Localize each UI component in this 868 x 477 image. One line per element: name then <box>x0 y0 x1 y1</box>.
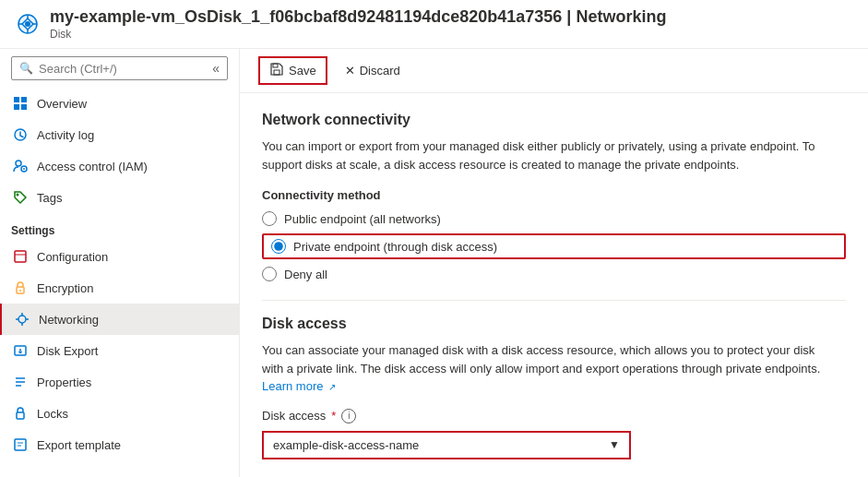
sidebar-item-configuration[interactable]: Configuration <box>0 241 239 272</box>
info-icon[interactable]: i <box>341 409 356 423</box>
radio-option-public[interactable]: Public endpoint (all networks) <box>262 211 846 226</box>
save-label: Save <box>289 64 316 78</box>
properties-icon <box>11 373 30 391</box>
disk-access-field-row: Disk access * i <box>262 409 846 423</box>
sidebar-item-label-diskexport: Disk Export <box>37 344 98 358</box>
sidebar-item-label-access: Access control (IAM) <box>37 160 148 173</box>
section-divider <box>262 300 846 301</box>
svg-rect-6 <box>14 97 19 102</box>
sidebar-item-access-control[interactable]: Access control (IAM) <box>0 150 239 182</box>
header-text: my-example-vm_OsDisk_1_f06bcbaf8d9248119… <box>50 7 666 41</box>
sidebar-item-properties[interactable]: Properties <box>0 366 239 398</box>
page-title: my-example-vm_OsDisk_1_f06bcbaf8d9248119… <box>50 7 666 27</box>
sidebar-item-tags[interactable]: Tags <box>0 182 239 213</box>
sidebar-item-label-export: Export template <box>37 438 121 452</box>
chevron-down-icon: ▼ <box>609 438 620 451</box>
svg-rect-7 <box>21 97 27 102</box>
sidebar-item-label-activity: Activity log <box>37 128 94 142</box>
main-content: Save ✕ Discard Network connectivity You … <box>240 49 868 477</box>
toolbar: Save ✕ Discard <box>240 49 868 93</box>
tags-icon <box>11 188 30 207</box>
disk-access-section: Disk access You can associate your manag… <box>262 316 846 459</box>
sidebar: 🔍 « Overview Activity log Access control… <box>0 49 240 477</box>
sidebar-item-overview[interactable]: Overview <box>0 88 239 119</box>
learn-more-link[interactable]: Learn more ↗ <box>262 379 336 393</box>
encryption-icon <box>11 279 30 297</box>
search-icon: 🔍 <box>19 62 33 75</box>
sidebar-item-label-config: Configuration <box>37 250 108 264</box>
radio-deny-label: Deny all <box>284 268 327 281</box>
locks-icon <box>11 404 30 423</box>
sidebar-item-label-properties: Properties <box>37 376 91 389</box>
settings-section-label: Settings <box>0 213 239 241</box>
svg-point-18 <box>18 316 26 323</box>
activity-log-icon <box>11 125 30 144</box>
resource-type: Disk <box>50 28 666 41</box>
svg-point-1 <box>25 21 30 27</box>
radio-deny[interactable] <box>262 267 277 281</box>
content-body: Network connectivity You can import or e… <box>240 93 868 477</box>
svg-point-11 <box>16 161 21 166</box>
svg-rect-8 <box>14 104 19 110</box>
save-icon <box>269 62 284 79</box>
radio-private-label: Private endpoint (through disk access) <box>293 240 497 254</box>
radio-option-deny[interactable]: Deny all <box>262 267 846 281</box>
svg-rect-30 <box>274 70 279 75</box>
connectivity-method-label: Connectivity method <box>262 188 846 202</box>
access-control-icon <box>11 157 30 175</box>
sidebar-item-encryption[interactable]: Encryption <box>0 272 239 304</box>
svg-rect-28 <box>17 412 24 419</box>
sidebar-item-export-template[interactable]: Export template <box>0 429 239 460</box>
sidebar-item-label-networking: Networking <box>39 313 99 327</box>
search-container[interactable]: 🔍 « <box>11 56 228 80</box>
sidebar-item-label-encryption: Encryption <box>37 281 93 295</box>
sidebar-item-label-overview: Overview <box>37 97 87 111</box>
save-button[interactable]: Save <box>258 56 327 85</box>
disk-export-icon <box>11 341 30 360</box>
disk-access-desc: You can associate your managed disk with… <box>262 341 834 396</box>
discard-button[interactable]: ✕ Discard <box>335 59 410 82</box>
disk-access-dropdown[interactable]: example-disk-access-name ▼ <box>262 431 631 459</box>
dropdown-value: example-disk-access-name <box>273 438 419 452</box>
search-input[interactable] <box>39 62 212 76</box>
radio-public-label: Public endpoint (all networks) <box>284 212 441 226</box>
resource-icon <box>15 11 41 37</box>
required-indicator: * <box>331 409 336 423</box>
configuration-icon <box>11 247 30 266</box>
network-connectivity-title: Network connectivity <box>262 112 846 128</box>
disk-access-title: Disk access <box>262 316 846 332</box>
overview-icon <box>11 94 30 113</box>
svg-rect-14 <box>15 251 26 262</box>
discard-label: Discard <box>360 64 400 78</box>
disk-access-field-label: Disk access <box>262 409 326 423</box>
radio-private[interactable] <box>271 239 286 254</box>
external-link-icon: ↗ <box>328 382 336 392</box>
svg-rect-29 <box>15 439 26 450</box>
discard-icon: ✕ <box>345 64 355 78</box>
svg-rect-9 <box>21 104 27 110</box>
sidebar-item-label-tags: Tags <box>37 191 62 205</box>
connectivity-radio-group: Public endpoint (all networks) Private e… <box>262 211 846 281</box>
svg-point-13 <box>17 194 19 197</box>
collapse-icon[interactable]: « <box>212 61 220 76</box>
sidebar-item-activity-log[interactable]: Activity log <box>0 119 239 150</box>
radio-public[interactable] <box>262 211 277 226</box>
radio-option-private[interactable]: Private endpoint (through disk access) <box>262 233 846 259</box>
page-header: my-example-vm_OsDisk_1_f06bcbaf8d9248119… <box>0 0 868 49</box>
svg-point-17 <box>19 290 21 292</box>
sidebar-item-networking[interactable]: Networking <box>0 304 239 335</box>
sidebar-item-locks[interactable]: Locks <box>0 398 239 429</box>
sidebar-item-label-locks: Locks <box>37 407 68 421</box>
network-connectivity-desc: You can import or export from your manag… <box>262 137 834 173</box>
export-template-icon <box>11 435 30 454</box>
networking-icon <box>13 310 31 328</box>
sidebar-item-disk-export[interactable]: Disk Export <box>0 335 239 366</box>
